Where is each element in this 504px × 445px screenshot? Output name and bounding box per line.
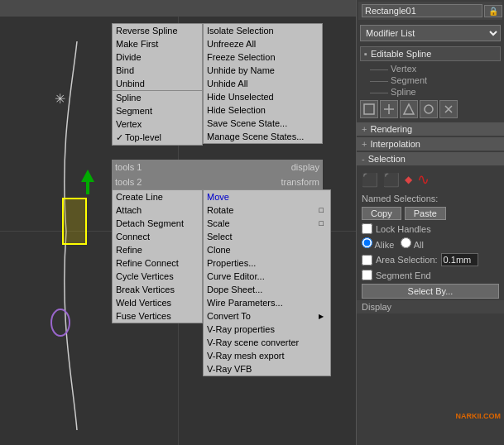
menu-item-segment[interactable]: Segment (113, 104, 202, 117)
all-radio-label[interactable]: All (401, 237, 424, 250)
svg-point-8 (425, 105, 433, 113)
tools-bar-1: tools 1 display (112, 160, 323, 175)
menu-item-vray-vfb[interactable]: V-Ray VFB (204, 362, 330, 376)
menu-item-dope-sheet[interactable]: Dope Sheet... (204, 283, 330, 296)
menu-item-rotate[interactable]: Rotate □ (204, 203, 330, 217)
menu-item-attach[interactable]: Attach (113, 203, 202, 217)
segment-end-checkbox[interactable] (362, 270, 372, 280)
section-selection-header[interactable]: - Selection (357, 152, 504, 165)
select-by-button[interactable]: Select By... (362, 284, 499, 299)
tools-bar-1-left: tools 1 (115, 162, 142, 172)
svg-rect-4 (364, 104, 374, 114)
tools-bar-1-right: display (291, 162, 319, 172)
menu-item-spline[interactable]: Spline (113, 90, 202, 104)
menu-item-hide-selection[interactable]: Hide Selection (204, 103, 322, 117)
all-radio[interactable] (401, 237, 411, 248)
menu-item-vray-mesh[interactable]: V-Ray mesh export (204, 349, 330, 362)
tools-bar-2: tools 2 transform (112, 175, 323, 189)
tools-bar-2-right: transform (281, 177, 319, 187)
area-selection-input[interactable] (441, 253, 478, 266)
context-menu-bottom-right: Move Rotate □ Scale □ Select Clone Prope… (203, 189, 331, 376)
alike-all-group: Alike All (357, 236, 504, 251)
menu-item-manage-scene[interactable]: Manage Scene States... (204, 130, 322, 143)
interpolation-sign: + (362, 139, 367, 149)
alike-radio[interactable] (362, 237, 372, 248)
svg-marker-7 (404, 104, 414, 114)
menu-item-freeze-selection[interactable]: Freeze Selection (204, 50, 322, 64)
menu-item-vray-converter[interactable]: V-Ray scene converter (204, 336, 330, 349)
editable-spline-expand: ▪ (364, 49, 367, 59)
modifier-list-dropdown[interactable]: Modifier List (360, 25, 501, 41)
tree-item-vertex[interactable]: —— Vertex (357, 63, 504, 74)
menu-item-unhide-all[interactable]: Unhide All (204, 77, 322, 90)
menu-item-vertex[interactable]: Vertex (113, 117, 202, 131)
lock-handles-row: Lock Handles (357, 222, 504, 236)
tree-item-spline[interactable]: —— Spline (357, 86, 504, 98)
menu-item-bind[interactable]: Bind (113, 64, 202, 77)
menu-item-detach-segment[interactable]: Detach Segment (113, 217, 202, 230)
menu-item-refine-connect[interactable]: Refine Connect (113, 256, 202, 270)
toolbar-icon-5[interactable] (439, 100, 458, 118)
rendering-label: Rendering (370, 124, 412, 134)
menu-item-reverse-spline[interactable]: Reverse Spline (113, 24, 202, 37)
menu-item-vray-properties[interactable]: V-Ray properties (204, 323, 330, 336)
menu-item-isolate[interactable]: Isolate Selection (204, 24, 322, 37)
menu-item-cycle-vertices[interactable]: Cycle Vertices (113, 270, 202, 283)
menu-item-unhide-by-name[interactable]: Unhide by Name (204, 64, 322, 77)
bezier-vertex-icon[interactable]: ◆ (405, 174, 412, 185)
menu-item-top-level[interactable]: Top-level (113, 131, 202, 145)
section-rendering: + Rendering (357, 122, 504, 136)
toolbar-icons (357, 98, 504, 121)
smooth-vertex-icon[interactable]: ⬛ (383, 172, 400, 188)
interpolation-label: Interpolation (370, 139, 420, 149)
menu-item-connect[interactable]: Connect (113, 230, 202, 243)
vertex-type-icons: ⬛ ⬛ ◆ ∿ (357, 167, 504, 192)
segment-end-row: Segment End (357, 268, 504, 282)
corner-vertex-icon[interactable]: ⬛ (362, 172, 378, 188)
rendering-sign: + (362, 124, 367, 134)
editable-spline-header: ▪ Editable Spline (360, 46, 501, 61)
menu-item-move[interactable]: Move (204, 190, 330, 203)
editable-spline-label: Editable Spline (371, 49, 431, 59)
menu-item-save-scene[interactable]: Save Scene State... (204, 117, 322, 130)
alike-radio-label[interactable]: Alike (362, 237, 394, 250)
copy-button[interactable]: Copy (362, 207, 401, 220)
tree-item-segment[interactable]: —— Segment (357, 74, 504, 86)
menu-item-refine[interactable]: Refine (113, 243, 202, 256)
menu-item-weld-vertices[interactable]: Weld Vertices (113, 296, 202, 309)
menu-item-convert-to[interactable]: Convert To (204, 309, 330, 323)
area-selection-label: Area Selection: (376, 255, 438, 265)
menu-item-curve-editor[interactable]: Curve Editor... (204, 270, 330, 283)
section-rendering-header[interactable]: + Rendering (357, 122, 504, 136)
menu-item-fuse-vertices[interactable]: Fuse Vertices (113, 309, 202, 323)
bezier-corner-icon[interactable]: ∿ (417, 170, 430, 189)
menu-item-select[interactable]: Select (204, 230, 330, 243)
menu-item-make-first[interactable]: Make First (113, 37, 202, 50)
lock-handles-checkbox[interactable] (362, 223, 372, 234)
menu-item-unbind[interactable]: Unbind (113, 77, 202, 90)
menu-item-wire-params[interactable]: Wire Parameters... (204, 296, 330, 309)
svg-text:✳: ✳ (55, 92, 65, 106)
menu-item-scale[interactable]: Scale □ (204, 217, 330, 230)
svg-marker-3 (81, 170, 94, 194)
toolbar-icon-4[interactable] (420, 100, 438, 118)
toolbar-icon-3[interactable] (400, 100, 418, 118)
area-selection-checkbox[interactable] (362, 255, 372, 266)
menu-item-create-line[interactable]: Create Line (113, 190, 202, 203)
toolbar-icon-2[interactable] (380, 100, 398, 118)
menu-item-unfreeze-all[interactable]: Unfreeze All (204, 37, 322, 50)
object-name-input[interactable] (362, 4, 482, 17)
toolbar-icon-1[interactable] (360, 100, 378, 118)
menu-item-clone[interactable]: Clone (204, 243, 330, 256)
paste-button[interactable]: Paste (405, 207, 446, 220)
object-name-lock[interactable]: 🔒 (484, 5, 502, 17)
display-section-label: Display (357, 300, 504, 313)
section-interpolation-header[interactable]: + Interpolation (357, 137, 504, 151)
modifier-list-container: Modifier List (357, 22, 504, 45)
menu-item-break-vertices[interactable]: Break Vertices (113, 283, 202, 296)
selection-sign: - (362, 154, 365, 164)
narkii-watermark: NARKII.COM (456, 412, 502, 420)
menu-item-hide-unselected[interactable]: Hide Unselected (204, 90, 322, 103)
menu-item-divide[interactable]: Divide (113, 50, 202, 64)
menu-item-properties[interactable]: Properties... (204, 256, 330, 270)
